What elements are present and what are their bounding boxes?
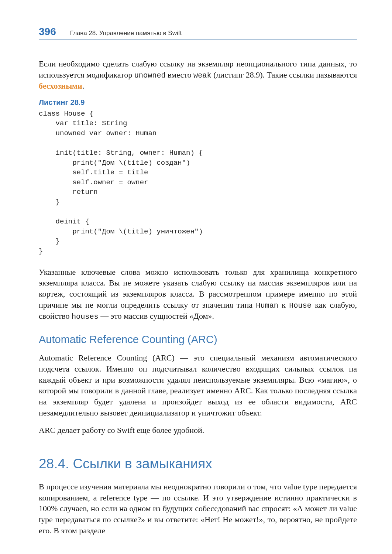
listing-label: Листинг 28.9 [39,98,357,107]
chapter-title: Глава 28. Управление памятью в Swift [70,30,182,37]
paragraph-arc-conclusion: ARC делает работу со Swift еще более удо… [39,425,357,436]
inline-code-houses: houses [72,312,99,321]
paragraph-arc-description: Automatic Reference Counting (ARC) — это… [39,352,357,418]
inline-code-weak: weak [193,71,212,80]
inline-code-unowned: unowned [134,71,166,80]
inline-code-house: House [289,301,312,310]
paragraph-unowned-intro: Если необходимо сделать слабую ссылку на… [39,58,357,92]
paragraph-keywords-note: Указанные ключевые слова можно использов… [39,267,357,322]
heading-arc: Automatic Reference Counting (ARC) [39,334,357,346]
paragraph-closures-intro: В процессе изучения материала мы неоднок… [39,481,357,536]
inline-code-human: Human [256,301,278,310]
code-listing: class House { var title: String unowned … [39,109,357,256]
page-header: 396 Глава 28. Управление памятью в Swift [39,26,357,40]
term-unowned-refs: бесхозными [39,81,82,90]
heading-closures-refs: 28.4. Ссылки в замыканиях [39,456,357,472]
page-number: 396 [39,26,56,38]
